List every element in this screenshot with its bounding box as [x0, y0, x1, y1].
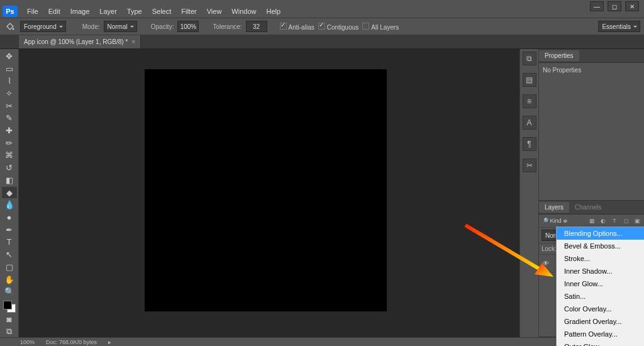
status-arrow-icon[interactable]: ▸ [108, 339, 111, 345]
type-tool[interactable]: T [2, 237, 17, 248]
app-logo: Ps [3, 6, 18, 17]
artboard[interactable] [145, 69, 387, 311]
workspace-dropdown[interactable]: Essentials [598, 21, 640, 32]
eraser-tool[interactable]: ◧ [2, 174, 17, 186]
menu-type[interactable]: Type [123, 6, 147, 16]
filter-smart-icon[interactable]: ▣ [633, 216, 641, 225]
menu-view[interactable]: View [203, 6, 226, 16]
window-minimize-button[interactable]: — [590, 1, 604, 11]
heal-tool[interactable]: ✚ [2, 125, 17, 137]
dodge-tool[interactable]: ● [2, 211, 17, 223]
eyedropper-tool[interactable]: ✎ [2, 113, 17, 125]
menu-bar: Ps File Edit Image Layer Type Select Fil… [0, 5, 644, 18]
opacity-label: Opacity: [151, 23, 174, 30]
color-swatches[interactable] [3, 301, 16, 313]
bucket-tool[interactable]: ◆ [2, 187, 17, 199]
visibility-toggle-icon[interactable]: 👁 [541, 260, 550, 267]
swatches-panel-icon[interactable]: ✂ [523, 159, 536, 172]
mode-label: Mode: [82, 23, 100, 30]
marquee-tool[interactable]: ▭ [2, 63, 17, 75]
ctx-gradient-overlay[interactable]: Gradient Overlay... [557, 315, 644, 328]
document-tab[interactable]: App icon @ 100% (Layer 1, RGB/8) * × [19, 35, 141, 48]
crop-tool[interactable]: ✂ [2, 100, 17, 112]
brush-tool[interactable]: ✏ [2, 137, 17, 149]
blur-tool[interactable]: 💧 [2, 199, 17, 211]
foreground-color-swatch[interactable] [3, 301, 12, 310]
ctx-blending-options[interactable]: Blending Options... [557, 227, 644, 240]
antialias-checkbox[interactable]: Anti-alias [280, 23, 314, 31]
menu-help[interactable]: Help [262, 6, 285, 16]
document-tab-bar: App icon @ 100% (Layer 1, RGB/8) * × [0, 35, 644, 49]
fill-target-dropdown[interactable]: Foreground [20, 21, 66, 32]
ctx-inner-shadow[interactable]: Inner Shadow... [557, 265, 644, 277]
screenmode-toggle[interactable]: ⧉ [2, 325, 17, 337]
menu-edit[interactable]: Edit [44, 6, 65, 16]
menu-window[interactable]: Window [227, 6, 260, 16]
char-panel-icon[interactable]: A [523, 116, 536, 130]
brush-panel-icon[interactable]: ≡ [523, 94, 536, 108]
window-maximize-button[interactable]: ◻ [608, 1, 621, 11]
ctx-inner-glow[interactable]: Inner Glow... [557, 277, 644, 290]
path-tool[interactable]: ↖ [2, 248, 17, 260]
channels-tab[interactable]: Channels [569, 202, 607, 213]
svg-point-0 [13, 28, 14, 30]
lock-label: Lock: [541, 245, 557, 252]
wand-tool[interactable]: ✧ [2, 87, 17, 99]
shape-tool[interactable]: ▢ [2, 261, 17, 273]
ctx-bevel-emboss[interactable]: Bevel & Emboss... [557, 240, 644, 252]
move-tool[interactable]: ✥ [2, 50, 17, 62]
hand-tool[interactable]: ✋ [2, 274, 17, 286]
collapsed-panels: ⧉ ▤ ≡ A ¶ ✂ [519, 49, 538, 337]
ctx-outer-glow[interactable]: Outer Glow... [557, 340, 644, 346]
layers-tab[interactable]: Layers [539, 202, 569, 213]
contiguous-checkbox[interactable]: Contiguous [318, 23, 359, 31]
tolerance-label: Tolerance: [213, 23, 242, 30]
filter-pixel-icon[interactable]: ▦ [587, 216, 596, 225]
bucket-tool-icon[interactable] [4, 20, 16, 33]
close-tab-icon[interactable]: × [131, 38, 135, 45]
doc-info: Doc: 768.0K/0 bytes [46, 339, 97, 345]
filter-type-icon[interactable]: T [610, 216, 619, 225]
menu-image[interactable]: Image [66, 6, 94, 16]
quickmask-toggle[interactable]: ◙ [2, 313, 17, 325]
para-panel-icon[interactable]: ¶ [523, 137, 536, 151]
lasso-tool[interactable]: ⌇ [2, 75, 17, 87]
ctx-color-overlay[interactable]: Color Overlay... [557, 303, 644, 315]
ctx-pattern-overlay[interactable]: Pattern Overlay... [557, 328, 644, 340]
menu-select[interactable]: Select [148, 6, 176, 16]
options-bar: Foreground Mode: Normal Opacity: 100% To… [0, 18, 644, 35]
toolbox: ✥ ▭ ⌇ ✧ ✂ ✎ ✚ ✏ ⌘ ↺ ◧ ◆ 💧 ● ✒ T ↖ ▢ ✋ 🔍 … [0, 49, 19, 337]
stamp-tool[interactable]: ⌘ [2, 150, 17, 162]
filter-shape-icon[interactable]: ◻ [621, 216, 630, 225]
history-brush-tool[interactable]: ↺ [2, 162, 17, 174]
ctx-stroke[interactable]: Stroke... [557, 252, 644, 265]
zoom-level[interactable]: 100% [20, 339, 35, 345]
actions-panel-icon[interactable]: ▤ [523, 73, 536, 87]
status-bar: 100% Doc: 768.0K/0 bytes ▸ [0, 337, 644, 346]
document-tab-label: App icon @ 100% (Layer 1, RGB/8) * [24, 38, 128, 45]
layer-style-context-menu: Blending Options... Bevel & Emboss... St… [556, 226, 644, 346]
properties-empty-text: No Properties [543, 67, 581, 74]
mode-dropdown[interactable]: Normal [104, 21, 137, 32]
window-close-button[interactable]: ✕ [625, 1, 639, 11]
all-layers-checkbox[interactable]: All Layers [362, 23, 399, 31]
kind-filter[interactable]: 🔎 Kind ≑ [541, 218, 568, 224]
menu-filter[interactable]: Filter [177, 6, 201, 16]
zoom-tool[interactable]: 🔍 [2, 286, 17, 298]
pen-tool[interactable]: ✒ [2, 224, 17, 236]
menu-layer[interactable]: Layer [95, 6, 121, 16]
ctx-satin[interactable]: Satin... [557, 290, 644, 303]
history-panel-icon[interactable]: ⧉ [523, 52, 536, 65]
filter-adjust-icon[interactable]: ◐ [599, 216, 608, 225]
properties-body: No Properties [539, 63, 644, 200]
canvas-area[interactable] [19, 49, 519, 337]
menu-file[interactable]: File [23, 6, 43, 16]
tolerance-input[interactable]: 32 [246, 21, 267, 32]
properties-tab[interactable]: Properties [539, 50, 579, 61]
opacity-input[interactable]: 100% [177, 21, 199, 32]
